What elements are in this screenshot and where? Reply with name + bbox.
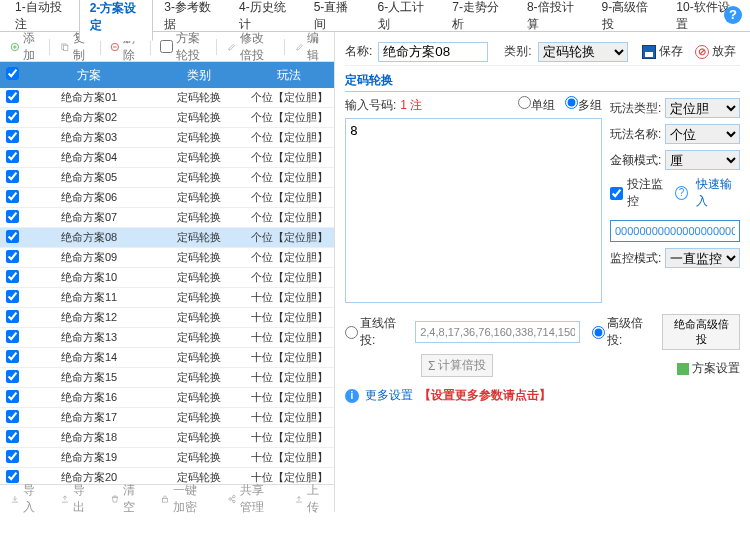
single-group-radio[interactable]: 单组 bbox=[518, 96, 555, 114]
bottom-toolbar: 导入 导出 清空 一键加密 共享管理 上传 bbox=[0, 484, 334, 512]
row-checkbox[interactable] bbox=[6, 430, 19, 443]
playname-select[interactable]: 个位 bbox=[665, 124, 740, 144]
row-plan: 绝命方案14 bbox=[24, 350, 154, 365]
line-mul-radio[interactable]: 直线倍投: bbox=[345, 315, 409, 349]
row-checkbox[interactable] bbox=[6, 410, 19, 423]
table-row[interactable]: 绝命方案04定码轮换个位【定位胆】 bbox=[0, 148, 334, 168]
seq-input[interactable] bbox=[415, 321, 580, 343]
row-checkbox[interactable] bbox=[6, 390, 19, 403]
plan-settings-button[interactable]: 方案设置 bbox=[677, 360, 740, 377]
tab-0[interactable]: 1-自动投注 bbox=[4, 0, 79, 40]
table-row[interactable]: 绝命方案07定码轮换个位【定位胆】 bbox=[0, 208, 334, 228]
calc-mul-button[interactable]: Σ计算倍投 bbox=[421, 354, 493, 377]
trash-icon bbox=[110, 492, 120, 506]
table-row[interactable]: 绝命方案01定码轮换个位【定位胆】 bbox=[0, 88, 334, 108]
monitormode-select[interactable]: 一直监控 bbox=[665, 248, 740, 268]
row-type: 定码轮换 bbox=[154, 430, 244, 445]
row-play: 个位【定位胆】 bbox=[244, 170, 334, 185]
table-row[interactable]: 绝命方案16定码轮换十位【定位胆】 bbox=[0, 388, 334, 408]
row-checkbox[interactable] bbox=[6, 170, 19, 183]
table-row[interactable]: 绝命方案02定码轮换个位【定位胆】 bbox=[0, 108, 334, 128]
moneymode-select[interactable]: 厘 bbox=[665, 150, 740, 170]
row-checkbox[interactable] bbox=[6, 270, 19, 283]
row-checkbox[interactable] bbox=[6, 210, 19, 223]
row-type: 定码轮换 bbox=[154, 310, 244, 325]
help-icon[interactable]: ? bbox=[675, 186, 688, 200]
table-row[interactable]: 绝命方案03定码轮换个位【定位胆】 bbox=[0, 128, 334, 148]
row-checkbox[interactable] bbox=[6, 190, 19, 203]
table-row[interactable]: 绝命方案11定码轮换十位【定位胆】 bbox=[0, 288, 334, 308]
tab-4[interactable]: 5-直播间 bbox=[303, 0, 367, 40]
more-settings-link[interactable]: 更多设置 bbox=[365, 387, 413, 404]
type-select[interactable]: 定码轮换 bbox=[538, 42, 628, 62]
onekey-button[interactable]: 一键加密 bbox=[156, 480, 211, 518]
row-type: 定码轮换 bbox=[154, 170, 244, 185]
row-plan: 绝命方案07 bbox=[24, 210, 154, 225]
adv-mul-button[interactable]: 绝命高级倍投 bbox=[662, 314, 740, 350]
row-checkbox[interactable] bbox=[6, 450, 19, 463]
quick-input-link[interactable]: 快速输入 bbox=[696, 176, 740, 210]
row-play: 个位【定位胆】 bbox=[244, 110, 334, 125]
edit-mul-icon bbox=[227, 40, 237, 54]
playtype-select[interactable]: 定位胆 bbox=[665, 98, 740, 118]
row-plan: 绝命方案13 bbox=[24, 330, 154, 345]
name-input[interactable] bbox=[378, 42, 488, 62]
tab-6[interactable]: 7-走势分析 bbox=[441, 0, 516, 40]
row-plan: 绝命方案19 bbox=[24, 450, 154, 465]
row-plan: 绝命方案04 bbox=[24, 150, 154, 165]
multi-group-radio[interactable]: 多组 bbox=[565, 96, 602, 114]
tab-3[interactable]: 4-历史统计 bbox=[228, 0, 303, 40]
tab-7[interactable]: 8-倍投计算 bbox=[516, 0, 591, 40]
table-row[interactable]: 绝命方案17定码轮换十位【定位胆】 bbox=[0, 408, 334, 428]
table-body[interactable]: 绝命方案01定码轮换个位【定位胆】绝命方案02定码轮换个位【定位胆】绝命方案03… bbox=[0, 88, 334, 484]
tab-5[interactable]: 6-人工计划 bbox=[367, 0, 442, 40]
table-row[interactable]: 绝命方案05定码轮换个位【定位胆】 bbox=[0, 168, 334, 188]
row-type: 定码轮换 bbox=[154, 270, 244, 285]
row-checkbox[interactable] bbox=[6, 310, 19, 323]
upload-button[interactable]: 上传 bbox=[290, 480, 328, 518]
table-row[interactable]: 绝命方案14定码轮换十位【定位胆】 bbox=[0, 348, 334, 368]
row-checkbox[interactable] bbox=[6, 110, 19, 123]
table-row[interactable]: 绝命方案19定码轮换十位【定位胆】 bbox=[0, 448, 334, 468]
abandon-icon: ⊘ bbox=[695, 45, 709, 59]
row-checkbox[interactable] bbox=[6, 250, 19, 263]
table-row[interactable]: 绝命方案18定码轮换十位【定位胆】 bbox=[0, 428, 334, 448]
table-row[interactable]: 绝命方案13定码轮换十位【定位胆】 bbox=[0, 328, 334, 348]
row-checkbox[interactable] bbox=[6, 290, 19, 303]
abandon-button[interactable]: ⊘放弃 bbox=[695, 43, 736, 60]
row-checkbox[interactable] bbox=[6, 370, 19, 383]
monitor-checkbox[interactable] bbox=[610, 187, 623, 200]
export-button[interactable]: 导出 bbox=[56, 480, 94, 518]
table-row[interactable]: 绝命方案12定码轮换十位【定位胆】 bbox=[0, 308, 334, 328]
tab-2[interactable]: 3-参考数据 bbox=[153, 0, 228, 40]
adv-mul-radio[interactable]: 高级倍投: bbox=[592, 315, 656, 349]
tab-8[interactable]: 9-高级倍投 bbox=[591, 0, 666, 40]
save-button[interactable]: 保存 bbox=[642, 43, 683, 60]
row-checkbox[interactable] bbox=[6, 90, 19, 103]
table-row[interactable]: 绝命方案08定码轮换个位【定位胆】 bbox=[0, 228, 334, 248]
row-type: 定码轮换 bbox=[154, 90, 244, 105]
row-plan: 绝命方案08 bbox=[24, 230, 154, 245]
share-button[interactable]: 共享管理 bbox=[223, 480, 278, 518]
row-checkbox[interactable] bbox=[6, 230, 19, 243]
tab-1[interactable]: 2-方案设定 bbox=[79, 0, 154, 41]
table-row[interactable]: 绝命方案10定码轮换个位【定位胆】 bbox=[0, 268, 334, 288]
row-play: 十位【定位胆】 bbox=[244, 430, 334, 445]
table-row[interactable]: 绝命方案15定码轮换十位【定位胆】 bbox=[0, 368, 334, 388]
row-checkbox[interactable] bbox=[6, 130, 19, 143]
row-play: 个位【定位胆】 bbox=[244, 150, 334, 165]
help-icon[interactable]: ? bbox=[724, 6, 742, 24]
row-checkbox[interactable] bbox=[6, 150, 19, 163]
number-input-textarea[interactable]: 8 bbox=[345, 118, 602, 303]
table-row[interactable]: 绝命方案06定码轮换个位【定位胆】 bbox=[0, 188, 334, 208]
table-row[interactable]: 绝命方案09定码轮换个位【定位胆】 bbox=[0, 248, 334, 268]
moneymode-label: 金额模式: bbox=[610, 152, 661, 169]
row-checkbox[interactable] bbox=[6, 330, 19, 343]
select-all-checkbox[interactable] bbox=[6, 67, 19, 80]
row-checkbox[interactable] bbox=[6, 350, 19, 363]
clear-button[interactable]: 清空 bbox=[106, 480, 144, 518]
quick-value-input[interactable] bbox=[610, 220, 740, 242]
row-type: 定码轮换 bbox=[154, 190, 244, 205]
row-play: 十位【定位胆】 bbox=[244, 350, 334, 365]
import-button[interactable]: 导入 bbox=[6, 480, 44, 518]
